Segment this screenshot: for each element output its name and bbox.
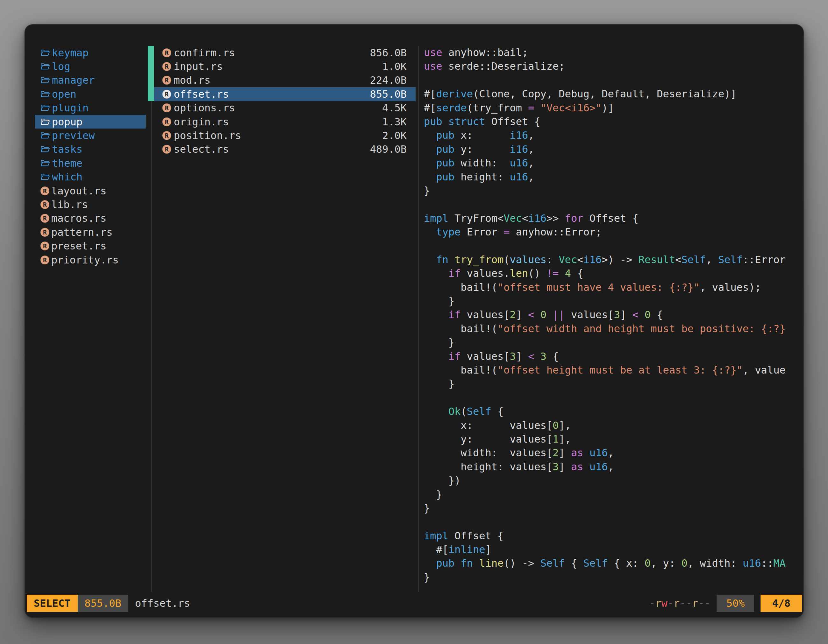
sidebar-item-label: macros.rs: [51, 212, 106, 224]
rust-file-icon: R: [41, 186, 49, 195]
sidebar-item-priority-rs[interactable]: Rpriority.rs: [35, 253, 146, 266]
open-folder-icon: [41, 131, 50, 140]
rust-file-icon: R: [41, 241, 49, 251]
mode-badge: SELECT: [27, 595, 78, 612]
code-line: #[serde(try_from = "Vec<i16>")]: [424, 101, 800, 115]
file-row-offset-rs[interactable]: Roffset.rs855.0B: [154, 87, 416, 101]
desktop-background: keymaplogmanageropenpluginpopuppreviewta…: [0, 0, 828, 644]
file-name: options.rs: [174, 102, 235, 114]
file-permissions: -rw-r--r--: [649, 597, 710, 610]
pane-divider-left: [152, 46, 152, 592]
file-row-position-rs[interactable]: Rposition.rs2.0K: [154, 128, 416, 142]
code-line: }: [424, 488, 800, 501]
code-line: impl Offset {: [424, 529, 800, 543]
open-folder-icon: [41, 75, 50, 85]
status-bar: SELECT 855.0B offset.rs -rw-r--r-- 50% 4…: [25, 595, 803, 612]
sidebar-item-lib-rs[interactable]: Rlib.rs: [35, 197, 146, 211]
file-name: mod.rs: [174, 74, 211, 86]
sidebar-item-preset-rs[interactable]: Rpreset.rs: [35, 239, 146, 253]
code-line: [424, 197, 800, 211]
file-preview-pane[interactable]: use anyhow::bail;use serde::Deserialize;…: [424, 46, 800, 592]
sidebar-item-label: lib.rs: [51, 199, 88, 211]
file-name: select.rs: [174, 143, 229, 155]
sidebar-item-pattern-rs[interactable]: Rpattern.rs: [35, 225, 146, 239]
code-line: [424, 74, 800, 87]
code-line: }: [424, 570, 800, 584]
sidebar-item-label: pattern.rs: [51, 226, 113, 238]
sidebar-item-label: keymap: [52, 47, 89, 59]
file-name: confirm.rs: [174, 47, 235, 59]
rust-file-icon: R: [41, 228, 49, 237]
code-line: #[inline]: [424, 543, 800, 556]
sidebar-item-plugin[interactable]: plugin: [35, 101, 146, 115]
sidebar-item-preview[interactable]: preview: [35, 128, 146, 142]
code-line: }: [424, 184, 800, 197]
sidebar-item-label: tasks: [52, 143, 82, 155]
code-line: [424, 391, 800, 405]
file-name: offset.rs: [174, 88, 229, 100]
file-size: 855.0B: [370, 88, 407, 100]
open-folder-icon: [41, 48, 50, 58]
rust-file-icon: R: [162, 62, 171, 71]
rust-file-icon: R: [41, 255, 49, 265]
rust-file-icon: R: [162, 49, 171, 57]
open-folder-icon: [41, 89, 50, 99]
sidebar-item-tasks[interactable]: tasks: [35, 143, 146, 156]
selection-marker: [147, 46, 154, 60]
rust-file-icon: R: [162, 118, 171, 126]
sidebar-item-keymap[interactable]: keymap: [35, 46, 146, 60]
code-line: pub x: i16,: [424, 128, 800, 142]
file-row-select-rs[interactable]: Rselect.rs489.0B: [154, 143, 416, 156]
file-name: input.rs: [174, 60, 223, 72]
code-line: pub fn line() -> Self { Self { x: 0, y: …: [424, 556, 800, 570]
file-row-input-rs[interactable]: Rinput.rs1.0K: [154, 60, 416, 73]
status-bar-right: -rw-r--r-- 50% 4/8: [649, 595, 802, 612]
open-folder-icon: [41, 103, 50, 113]
sidebar-item-label: priority.rs: [51, 254, 119, 266]
code-line: y: values[1],: [424, 432, 800, 446]
code-line: }: [424, 501, 800, 515]
rust-file-icon: R: [41, 200, 49, 209]
code-line: bail!("offset must have 4 values: {:?}",…: [424, 280, 800, 294]
sidebar-item-label: popup: [52, 116, 82, 128]
file-size-badge: 855.0B: [78, 595, 129, 612]
selection-marker: [147, 87, 154, 101]
sidebar-item-layout-rs[interactable]: Rlayout.rs: [35, 184, 146, 197]
code-line: type Error = anyhow::Error;: [424, 225, 800, 239]
sidebar-item-theme[interactable]: theme: [35, 156, 146, 170]
hovered-filename: offset.rs: [135, 597, 190, 610]
file-name: position.rs: [174, 130, 241, 142]
rust-file-icon: R: [162, 131, 171, 140]
status-bar-left: SELECT 855.0B offset.rs: [27, 595, 190, 612]
file-size: 489.0B: [370, 143, 407, 155]
code-line: if values.len() != 4 {: [424, 266, 800, 280]
file-row-confirm-rs[interactable]: Rconfirm.rs856.0B: [154, 46, 416, 60]
sidebar-item-manager[interactable]: manager: [35, 74, 146, 87]
current-directory-pane: Rconfirm.rs856.0BRinput.rs1.0KRmod.rs224…: [154, 46, 416, 156]
sidebar-item-open[interactable]: open: [35, 87, 146, 101]
code-line: fn try_from(values: Vec<i16>) -> Result<…: [424, 253, 800, 266]
sidebar-item-which[interactable]: which: [35, 170, 146, 184]
code-line: bail!("offset width and height must be p…: [424, 322, 800, 336]
code-line: [424, 239, 800, 253]
code-line: use serde::Deserialize;: [424, 60, 800, 73]
open-folder-icon: [41, 62, 50, 71]
file-row-options-rs[interactable]: Roptions.rs4.5K: [154, 101, 416, 115]
sidebar-item-macros-rs[interactable]: Rmacros.rs: [35, 212, 146, 225]
rust-file-icon: R: [162, 103, 171, 112]
open-folder-icon: [41, 117, 50, 127]
file-row-mod-rs[interactable]: Rmod.rs224.0B: [154, 74, 416, 87]
code-line: height: values[3] as u16,: [424, 460, 800, 474]
sidebar-item-log[interactable]: log: [35, 60, 146, 73]
code-line: Ok(Self {: [424, 405, 800, 418]
code-line: }: [424, 294, 800, 308]
cursor-position-badge: 4/8: [761, 595, 802, 612]
code-line: }: [424, 336, 800, 349]
sidebar-item-label: preview: [52, 130, 95, 142]
file-row-origin-rs[interactable]: Rorigin.rs1.3K: [154, 115, 416, 128]
code-line: if values[2] < 0 || values[3] < 0 {: [424, 308, 800, 322]
selection-marker: [147, 60, 154, 73]
sidebar-item-popup[interactable]: popup: [35, 115, 146, 128]
selection-marker: [147, 74, 154, 87]
sidebar-item-label: manager: [52, 74, 95, 86]
